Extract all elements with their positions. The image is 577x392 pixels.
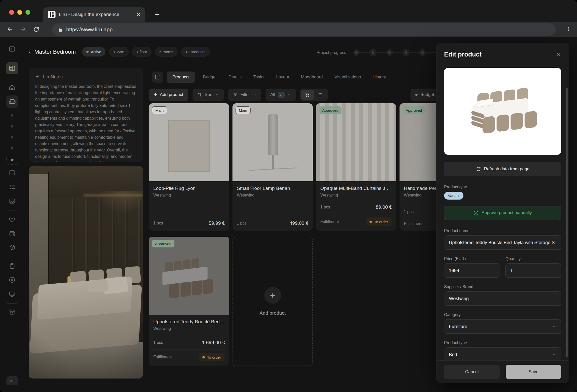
- tab-moodboard[interactable]: Moodboard: [301, 75, 323, 80]
- archive-icon[interactable]: [9, 309, 16, 315]
- fulfillment-label: Fulfillment: [153, 355, 172, 359]
- product-price: 499,00 €: [290, 220, 308, 226]
- content-tabs: Products Budget Details Tasks Layout Moo…: [152, 72, 392, 83]
- supplier-input[interactable]: [444, 291, 561, 306]
- filter-sliders-icon: [233, 92, 238, 97]
- product-card[interactable]: Main Loop-Pile Rug Lyon Westwing 1 pcs 5…: [149, 103, 229, 231]
- app-root: OF ‹ Master Bedroom Active 185m² 1 floor…: [0, 37, 577, 392]
- back-chevron-icon[interactable]: ‹: [29, 49, 31, 55]
- product-card[interactable]: Approved Opaque Multi-Band Curtains Je… …: [316, 103, 396, 231]
- product-qty: 1 pcs: [153, 340, 163, 345]
- close-window-button[interactable]: [9, 10, 14, 15]
- browser-window: Liru - Design the experience ✕ + https:/…: [0, 0, 577, 392]
- panel-toggle-icon[interactable]: [152, 72, 163, 83]
- lock-icon: [58, 27, 63, 32]
- url-text: https://www.liru.app: [66, 26, 113, 33]
- progress-label: Project progress:: [317, 50, 347, 55]
- close-icon[interactable]: [555, 51, 561, 58]
- rail-active-dot[interactable]: [6, 155, 18, 165]
- add-product-card[interactable]: + Add product: [232, 237, 313, 366]
- calendar-icon[interactable]: [9, 169, 16, 176]
- check-circle-icon: [473, 210, 479, 216]
- progress-step[interactable]: [403, 49, 409, 56]
- tab-products[interactable]: Products: [167, 72, 195, 83]
- status-badge: Active: [82, 47, 106, 57]
- back-icon[interactable]: [7, 26, 13, 33]
- plus-icon: +: [154, 91, 157, 98]
- rail-dot-1[interactable]: [11, 114, 13, 117]
- scope-filter-button[interactable]: All 3: [266, 89, 296, 101]
- cube-icon[interactable]: [9, 244, 16, 251]
- product-name-input[interactable]: [444, 235, 561, 250]
- price-input[interactable]: [444, 263, 500, 278]
- forward-icon[interactable]: [20, 26, 26, 33]
- product-image: Main: [232, 103, 313, 181]
- progress-step[interactable]: [419, 49, 426, 56]
- product-image: Approved: [316, 103, 396, 181]
- add-product-button[interactable]: + Add product: [149, 89, 188, 101]
- tab-close-icon[interactable]: ✕: [136, 12, 141, 17]
- minimize-window-button[interactable]: [17, 10, 22, 15]
- cancel-button[interactable]: Cancel: [444, 365, 500, 379]
- reload-icon[interactable]: [33, 26, 39, 33]
- list-view-icon[interactable]: [314, 90, 327, 100]
- product-price: 89,00 €: [376, 204, 392, 210]
- product-card[interactable]: Main Small Floor Lamp Benan Westwing 1 p…: [232, 103, 313, 231]
- refresh-data-button[interactable]: Refresh data from page: [444, 162, 561, 176]
- drawer-scrollbar[interactable]: [566, 88, 568, 357]
- product-type-select-label: Product type: [444, 341, 561, 345]
- save-button[interactable]: Save: [506, 365, 561, 379]
- sofa-icon[interactable]: [6, 95, 18, 108]
- approve-product-button[interactable]: Approve product manually: [444, 206, 561, 220]
- heart-icon[interactable]: [9, 216, 16, 223]
- new-tab-button[interactable]: +: [155, 11, 159, 18]
- address-bar[interactable]: https://www.liru.app: [52, 23, 556, 36]
- maximize-window-button[interactable]: [25, 10, 30, 15]
- liru-notes-icon[interactable]: [6, 62, 18, 74]
- monitor-star-icon[interactable]: [9, 290, 16, 297]
- quantity-input[interactable]: [505, 263, 561, 278]
- tab-visualizations[interactable]: Visualizations: [334, 75, 361, 80]
- progress-step[interactable]: [353, 49, 360, 56]
- tab-history[interactable]: History: [373, 75, 386, 80]
- room-photo: [29, 166, 143, 379]
- sparkle-icon: [35, 75, 40, 80]
- category-select[interactable]: Furniture: [444, 319, 561, 334]
- checklist-icon[interactable]: [9, 184, 16, 190]
- supplier-label: Supplier / Brand: [444, 285, 561, 289]
- product-card-selected[interactable]: Approved Upholstered Teddy Bouclé Bed … …: [149, 237, 229, 366]
- plus-icon: +: [264, 287, 281, 304]
- filter-button[interactable]: Filter: [228, 89, 261, 101]
- collapse-sidebar-icon[interactable]: [9, 46, 16, 52]
- image-icon[interactable]: [9, 198, 16, 204]
- tab-layout[interactable]: Layout: [276, 75, 289, 80]
- browser-menu-icon[interactable]: [565, 25, 571, 33]
- tab-details[interactable]: Details: [228, 75, 242, 80]
- avatar[interactable]: OF: [6, 376, 18, 385]
- sort-button[interactable]: Sort: [193, 89, 224, 101]
- notes-body: In designing the master bedroom, the cli…: [35, 83, 136, 162]
- rail-dot-2[interactable]: [11, 125, 13, 128]
- grid-view-icon[interactable]: [301, 90, 314, 100]
- progress-step[interactable]: [386, 49, 393, 56]
- wallet-icon[interactable]: [9, 230, 16, 237]
- product-brand: Westwing: [237, 193, 308, 198]
- product-type-select[interactable]: Bed: [444, 347, 561, 362]
- product-brand: Westwing: [153, 193, 225, 198]
- tab-tasks[interactable]: Tasks: [253, 75, 264, 80]
- clipboard-icon[interactable]: [9, 263, 16, 269]
- product-price: 1.699,00 €: [202, 340, 225, 345]
- product-qty: 1 pcs: [153, 221, 163, 226]
- rail-dot-4[interactable]: [11, 147, 13, 149]
- chevron-down-icon: [287, 93, 291, 96]
- rail-dot-3[interactable]: [11, 136, 13, 138]
- product-qty: 1 pcs: [320, 205, 330, 209]
- area-badge: 185m²: [109, 47, 129, 57]
- home-icon[interactable]: [9, 84, 16, 91]
- progress-step[interactable]: [369, 49, 376, 56]
- browser-tab[interactable]: Liru - Design the experience ✕: [43, 7, 145, 22]
- products-badge: 12 products: [181, 47, 210, 57]
- tab-budget[interactable]: Budget: [203, 75, 217, 80]
- chevron-down-icon: [253, 93, 256, 96]
- compass-icon[interactable]: [9, 276, 16, 283]
